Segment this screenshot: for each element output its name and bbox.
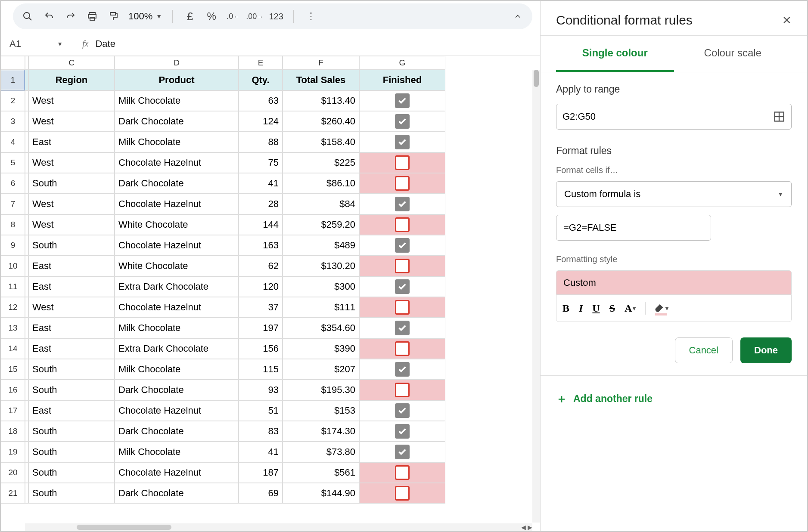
column-title[interactable]: Qty. xyxy=(239,70,283,90)
cell-region[interactable]: East xyxy=(28,276,115,297)
cell-total[interactable]: $111 xyxy=(283,297,359,318)
checkbox-unchecked-icon[interactable] xyxy=(395,155,410,170)
checkbox-checked-icon[interactable] xyxy=(395,403,410,418)
paint-format-icon[interactable] xyxy=(107,9,121,23)
cell-finished[interactable] xyxy=(359,214,445,235)
checkbox-unchecked-icon[interactable] xyxy=(395,383,410,397)
cell-region[interactable]: East xyxy=(28,338,115,359)
strikethrough-icon[interactable]: S xyxy=(609,303,615,314)
cell-finished[interactable] xyxy=(359,111,445,132)
cell-product[interactable]: Milk Chocolate xyxy=(115,90,239,111)
cell-total[interactable]: $113.40 xyxy=(283,90,359,111)
checkbox-unchecked-icon[interactable] xyxy=(395,259,410,273)
row-header[interactable]: 12 xyxy=(1,297,25,318)
column-title[interactable]: Total Sales xyxy=(283,70,359,90)
cell-product[interactable]: Milk Chocolate xyxy=(115,318,239,338)
cell-qty[interactable]: 28 xyxy=(239,194,283,214)
row-header[interactable]: 15 xyxy=(1,359,25,380)
bold-icon[interactable]: B xyxy=(562,303,569,314)
cell-region[interactable]: West xyxy=(28,297,115,318)
cell-region[interactable]: West xyxy=(28,214,115,235)
row-header[interactable]: 18 xyxy=(1,421,25,442)
checkbox-unchecked-icon[interactable] xyxy=(395,176,410,191)
cell-qty[interactable]: 124 xyxy=(239,111,283,132)
name-box[interactable]: A1▼ xyxy=(9,38,70,49)
cell-finished[interactable] xyxy=(359,421,445,442)
cell-region[interactable]: East xyxy=(28,400,115,421)
cell-qty[interactable]: 187 xyxy=(239,462,283,483)
column-header[interactable]: D xyxy=(115,56,239,70)
row-header[interactable]: 10 xyxy=(1,256,25,276)
checkbox-checked-icon[interactable] xyxy=(395,362,410,377)
column-title[interactable]: Region xyxy=(28,70,115,90)
cell-product[interactable]: Dark Chocolate xyxy=(115,483,239,504)
cell-finished[interactable] xyxy=(359,338,445,359)
cell-product[interactable]: Dark Chocolate xyxy=(115,173,239,194)
cell-product[interactable]: Chocolate Hazelnut xyxy=(115,400,239,421)
checkbox-unchecked-icon[interactable] xyxy=(395,486,410,501)
cell-product[interactable]: Chocolate Hazelnut xyxy=(115,194,239,214)
cell-qty[interactable]: 63 xyxy=(239,90,283,111)
cell-qty[interactable]: 69 xyxy=(239,483,283,504)
row-header[interactable]: 9 xyxy=(1,235,25,256)
cell-finished[interactable] xyxy=(359,483,445,504)
row-header[interactable]: 19 xyxy=(1,442,25,462)
style-preview[interactable]: Custom xyxy=(556,270,792,294)
checkbox-unchecked-icon[interactable] xyxy=(395,217,410,232)
column-title[interactable]: Product xyxy=(115,70,239,90)
column-title[interactable]: Finished xyxy=(359,70,445,90)
percent-icon[interactable]: % xyxy=(205,9,218,23)
cell-region[interactable]: South xyxy=(28,173,115,194)
checkbox-checked-icon[interactable] xyxy=(395,424,410,439)
row-header[interactable]: 16 xyxy=(1,380,25,400)
cell-finished[interactable] xyxy=(359,318,445,338)
cell-qty[interactable]: 62 xyxy=(239,256,283,276)
cell-total[interactable]: $174.30 xyxy=(283,421,359,442)
row-header[interactable]: 3 xyxy=(1,111,25,132)
range-field[interactable] xyxy=(562,111,773,122)
cell-finished[interactable] xyxy=(359,400,445,421)
cell-region[interactable]: West xyxy=(28,152,115,173)
undo-icon[interactable] xyxy=(42,9,56,23)
cell-total[interactable]: $144.90 xyxy=(283,483,359,504)
cell-finished[interactable] xyxy=(359,173,445,194)
cell-region[interactable]: South xyxy=(28,483,115,504)
fill-color-icon[interactable]: ▾ xyxy=(655,303,668,313)
cell-product[interactable]: Chocolate Hazelnut xyxy=(115,297,239,318)
zoom-dropdown[interactable]: 100%▼ xyxy=(128,11,162,22)
cell-finished[interactable] xyxy=(359,276,445,297)
cell-total[interactable]: $158.40 xyxy=(283,132,359,152)
cell-total[interactable]: $195.30 xyxy=(283,380,359,400)
row-header[interactable]: 5 xyxy=(1,152,25,173)
vertical-scrollbar[interactable] xyxy=(532,70,540,523)
row-header[interactable]: 6 xyxy=(1,173,25,194)
cell-finished[interactable] xyxy=(359,90,445,111)
cell-finished[interactable] xyxy=(359,442,445,462)
more-formats-icon[interactable]: 123 xyxy=(269,9,283,23)
cell-finished[interactable] xyxy=(359,194,445,214)
sheet-grid[interactable]: CDEFG1RegionProductQty.Total SalesFinish… xyxy=(1,56,540,531)
cell-qty[interactable]: 41 xyxy=(239,173,283,194)
cell-total[interactable]: $354.60 xyxy=(283,318,359,338)
cell-region[interactable]: South xyxy=(28,359,115,380)
cell-region[interactable]: West xyxy=(28,194,115,214)
cell-product[interactable]: Extra Dark Chocolate xyxy=(115,338,239,359)
collapse-toolbar-icon[interactable] xyxy=(511,9,525,23)
cell-finished[interactable] xyxy=(359,462,445,483)
cell-total[interactable]: $260.40 xyxy=(283,111,359,132)
cell-qty[interactable]: 144 xyxy=(239,214,283,235)
row-header[interactable]: 1 xyxy=(1,70,25,90)
checkbox-unchecked-icon[interactable] xyxy=(395,300,410,315)
row-header[interactable]: 8 xyxy=(1,214,25,235)
checkbox-unchecked-icon[interactable] xyxy=(395,465,410,480)
condition-dropdown[interactable]: Custom formula is▼ xyxy=(556,181,792,207)
italic-icon[interactable]: I xyxy=(579,303,583,314)
cell-total[interactable]: $259.20 xyxy=(283,214,359,235)
cell-product[interactable]: Milk Chocolate xyxy=(115,359,239,380)
cell-region[interactable]: East xyxy=(28,132,115,152)
cell-total[interactable]: $300 xyxy=(283,276,359,297)
cell-total[interactable]: $130.20 xyxy=(283,256,359,276)
checkbox-checked-icon[interactable] xyxy=(395,135,410,149)
checkbox-unchecked-icon[interactable] xyxy=(395,341,410,356)
cell-product[interactable]: Chocolate Hazelnut xyxy=(115,152,239,173)
